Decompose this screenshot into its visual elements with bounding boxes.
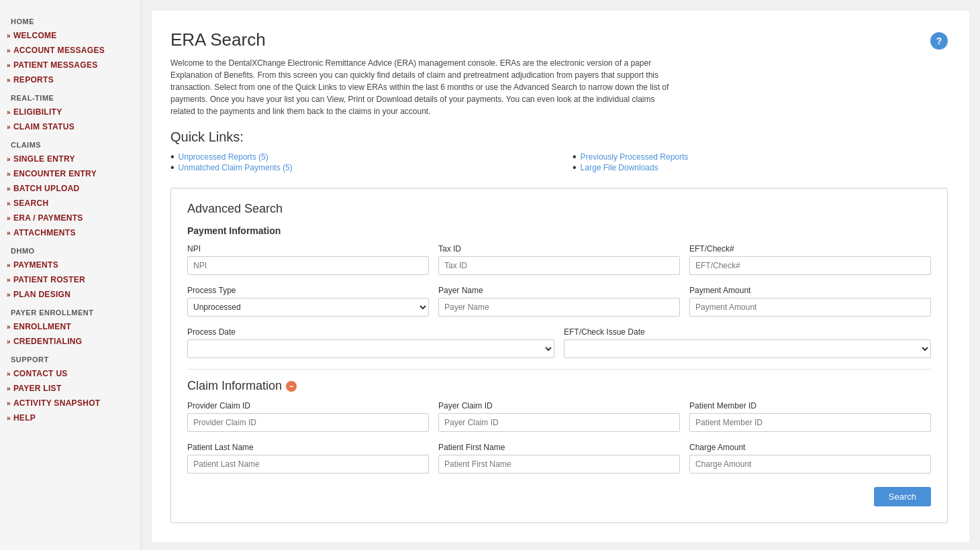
page-title: ERA Search [170, 30, 266, 50]
arrow-icon: » [7, 385, 11, 392]
page-description: Welcome to the DentalXChange Electronic … [170, 57, 674, 117]
payer-claim-id-input[interactable] [438, 413, 680, 432]
quick-link-large-downloads[interactable]: Large File Downloads [581, 163, 658, 172]
sidebar-item-reports[interactable]: » REPORTS [0, 72, 140, 87]
charge-amount-input[interactable] [689, 455, 931, 474]
patient-last-name-group: Patient Last Name [187, 443, 429, 474]
collapse-claim-info-button[interactable]: − [286, 381, 297, 392]
sidebar-item-claim-status[interactable]: » CLAIM STATUS [0, 119, 140, 134]
tax-id-group: Tax ID [438, 244, 680, 275]
eft-issue-date-select[interactable] [564, 339, 931, 358]
arrow-icon: » [7, 215, 11, 222]
arrow-icon: » [7, 262, 11, 269]
payment-row-2: Process Type Unprocessed Processed All P… [187, 286, 931, 317]
eft-issue-date-group: EFT/Check Issue Date [564, 327, 931, 358]
arrow-icon: » [7, 400, 11, 407]
npi-group: NPI [187, 244, 429, 275]
sidebar-item-plan-design[interactable]: » PLAN DESIGN [0, 287, 140, 302]
arrow-icon: » [7, 156, 11, 163]
patient-first-name-group: Patient First Name [438, 443, 680, 474]
patient-member-id-input[interactable] [689, 413, 931, 432]
sidebar-item-patient-messages[interactable]: » PATIENT MESSAGES [0, 58, 140, 72]
payer-claim-id-group: Payer Claim ID [438, 401, 680, 432]
provider-claim-id-input[interactable] [187, 413, 429, 432]
quick-links-grid: • Unprocessed Reports (5) • Unmatched Cl… [170, 152, 948, 173]
charge-amount-label: Charge Amount [689, 443, 931, 452]
quick-link-unprocessed[interactable]: Unprocessed Reports (5) [179, 152, 268, 162]
sidebar-section-home: HOME [0, 11, 140, 28]
sidebar-item-welcome[interactable]: » WELCOME [0, 28, 140, 43]
claim-info-title-text: Claim Information [187, 379, 282, 393]
arrow-icon: » [7, 370, 11, 378]
provider-claim-id-group: Provider Claim ID [187, 401, 429, 432]
search-btn-row: Search [187, 487, 931, 506]
sidebar-item-credentialing[interactable]: » CREDENTIALING [0, 334, 140, 349]
sidebar-section-payer-enrollment: PAYER ENROLLMENT [0, 302, 140, 319]
sidebar-item-attachments[interactable]: » ATTACHMENTS [0, 225, 140, 240]
arrow-icon: » [7, 323, 11, 331]
arrow-icon: » [7, 185, 11, 192]
process-type-group: Process Type Unprocessed Processed All [187, 286, 429, 317]
patient-last-name-label: Patient Last Name [187, 443, 429, 452]
sidebar-item-eligibility[interactable]: » ELIGIBILITY [0, 105, 140, 119]
tax-id-input[interactable] [438, 256, 680, 275]
sidebar-item-contact-us[interactable]: » CONTACT US [0, 366, 140, 381]
arrow-icon: » [7, 415, 11, 422]
charge-amount-group: Charge Amount [689, 443, 931, 474]
process-date-group: Process Date [187, 327, 554, 358]
quick-link-unmatched[interactable]: Unmatched Claim Payments (5) [179, 163, 293, 172]
patient-member-id-label: Patient Member ID [689, 401, 931, 410]
quick-link-item: • Large File Downloads [573, 162, 948, 173]
arrow-icon: » [7, 62, 11, 69]
sidebar-item-payer-list[interactable]: » PAYER LIST [0, 381, 140, 396]
payer-name-label: Payer Name [438, 286, 680, 295]
bullet-icon: • [573, 152, 577, 162]
eft-group: EFT/Check# [689, 244, 931, 275]
claim-row-1: Provider Claim ID Payer Claim ID Patient… [187, 401, 931, 432]
quick-link-previously-processed[interactable]: Previously Processed Reports [581, 152, 689, 162]
sidebar-item-payments[interactable]: » PAYMENTS [0, 258, 140, 272]
sidebar-item-activity-snapshot[interactable]: » ACTIVITY SNAPSHOT [0, 396, 140, 410]
process-date-select[interactable] [187, 339, 554, 358]
arrow-icon: » [7, 109, 11, 116]
bullet-icon: • [170, 152, 175, 162]
advanced-search-title: Advanced Search [187, 202, 931, 216]
sidebar-section-claims: CLAIMS [0, 134, 140, 152]
patient-last-name-input[interactable] [187, 455, 429, 474]
sidebar-item-patient-roster[interactable]: » PATIENT ROSTER [0, 272, 140, 287]
sidebar-item-account-messages[interactable]: » ACCOUNT MESSAGES [0, 43, 140, 58]
arrow-icon: » [7, 32, 11, 40]
help-icon[interactable]: ? [930, 32, 948, 50]
search-button[interactable]: Search [874, 487, 931, 506]
arrow-icon: » [7, 338, 11, 345]
claim-row-2: Patient Last Name Patient First Name Cha… [187, 443, 931, 474]
payment-amount-label: Payment Amount [689, 286, 931, 295]
sidebar-section-realtime: REAL-TIME [0, 87, 140, 105]
sidebar-item-batch-upload[interactable]: » BATCH UPLOAD [0, 181, 140, 196]
arrow-icon: » [7, 276, 11, 284]
sidebar-item-help[interactable]: » HELP [0, 410, 140, 425]
payment-row-1: NPI Tax ID EFT/Check# [187, 244, 931, 275]
quick-links-right: • Previously Processed Reports • Large F… [573, 152, 948, 173]
page-header: ERA Search ? [170, 30, 948, 50]
provider-claim-id-label: Provider Claim ID [187, 401, 429, 410]
sidebar-item-enrollment[interactable]: » ENROLLMENT [0, 319, 140, 334]
eft-issue-date-label: EFT/Check Issue Date [564, 327, 931, 337]
eft-input[interactable] [689, 256, 931, 275]
process-type-select[interactable]: Unprocessed Processed All [187, 298, 429, 317]
sidebar-item-single-entry[interactable]: » SINGLE ENTRY [0, 152, 140, 166]
quick-link-item: • Previously Processed Reports [573, 152, 948, 162]
claim-info-section-header: Claim Information − [187, 379, 931, 393]
arrow-icon: » [7, 291, 11, 298]
payer-name-input[interactable] [438, 298, 680, 317]
patient-first-name-input[interactable] [438, 455, 680, 474]
sidebar-item-era-payments[interactable]: » ERA / PAYMENTS [0, 211, 140, 225]
payment-amount-input[interactable] [689, 298, 931, 317]
process-type-label: Process Type [187, 286, 429, 295]
quick-links-left: • Unprocessed Reports (5) • Unmatched Cl… [170, 152, 546, 173]
npi-input[interactable] [187, 256, 429, 275]
advanced-search-card: Advanced Search Payment Information NPI … [170, 188, 948, 523]
sidebar-item-search[interactable]: » SEARCH [0, 196, 140, 211]
sidebar-item-encounter-entry[interactable]: » ENCOUNTER ENTRY [0, 166, 140, 181]
arrow-icon: » [7, 170, 11, 178]
